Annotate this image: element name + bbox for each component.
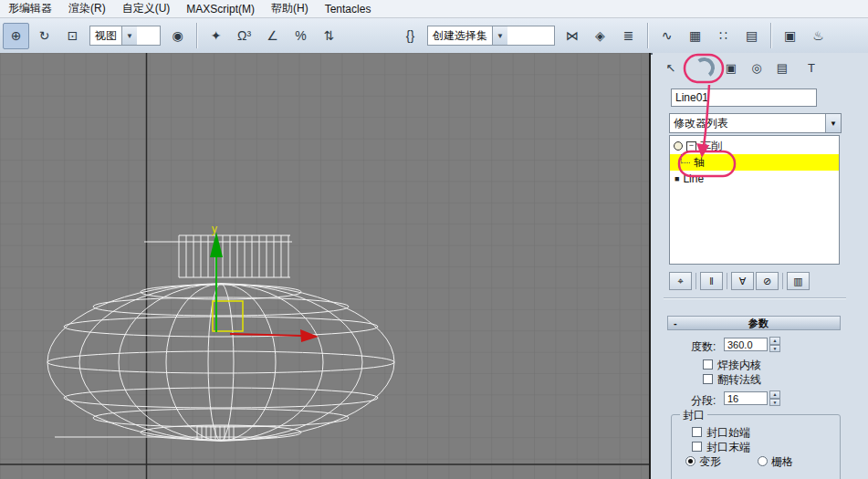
tab-hierarchy[interactable]: ▣ — [718, 56, 744, 79]
menu-bar: 形编辑器 渲染(R) 自定义(U) MAXScript(M) 帮助(H) Ten… — [0, 0, 868, 18]
coordinate-system-value: 视图 — [90, 26, 121, 45]
segments-label: 分段: — [691, 393, 716, 409]
max-window: 形编辑器 渲染(R) 自定义(U) MAXScript(M) 帮助(H) Ten… — [0, 0, 868, 479]
grid-radio[interactable] — [758, 456, 768, 466]
cap-end-label: 封口末端 — [706, 440, 750, 455]
percent-snap-button[interactable]: % — [288, 23, 314, 49]
remove-modifier-button[interactable]: ⊘ — [756, 272, 779, 290]
chevron-down-icon[interactable]: ▼ — [492, 26, 507, 45]
cap-end-checkbox[interactable] — [692, 442, 702, 452]
menu-graph-editors[interactable]: 形编辑器 — [0, 0, 60, 18]
menu-help[interactable]: 帮助(H) — [263, 0, 317, 18]
cap-group-label: 封口 — [680, 408, 707, 423]
flip-normals-checkbox[interactable] — [703, 374, 713, 384]
command-panel: ↖ ▣ ◎ ▤ T Line01 修改器列表 ▼ − 车削 — [651, 53, 868, 479]
spinner-up-icon[interactable]: ▲ — [769, 337, 780, 345]
cap-start-checkbox[interactable] — [692, 427, 702, 437]
rendered-frame-window-button[interactable]: ▣ — [777, 23, 803, 49]
spinner-down-icon[interactable]: ▼ — [769, 399, 780, 407]
modifier-list-dropdown[interactable]: 修改器列表 ▼ — [669, 113, 842, 133]
spinner-up-icon[interactable]: ▲ — [769, 390, 780, 399]
named-selection-sets-combo[interactable]: 创建选择集 ▼ — [427, 26, 555, 46]
viewport-grid — [0, 53, 649, 479]
morph-radio[interactable] — [685, 456, 695, 466]
weld-core-checkbox[interactable] — [703, 359, 713, 370]
panel-divider — [664, 297, 846, 299]
stack-toolbar: ⌖ ‖ ∀ ⊘ ▥ — [669, 272, 840, 290]
object-color-swatch[interactable] — [651, 53, 653, 55]
configure-modifier-sets-button[interactable]: ▥ — [787, 272, 810, 290]
modifier-stack[interactable]: − 车削 轴 ■ Line — [669, 135, 840, 265]
viewport[interactable]: y — [0, 53, 651, 479]
menu-maxscript[interactable]: MAXScript(M) — [178, 1, 263, 17]
tab-create[interactable]: ↖ — [658, 56, 684, 79]
base-object-icon: ■ — [675, 174, 679, 183]
morph-label: 变形 — [699, 454, 721, 470]
show-end-result-button[interactable]: ‖ — [700, 272, 723, 290]
viewport-canvas[interactable]: y — [0, 53, 649, 479]
weld-core-label: 焊接内核 — [717, 358, 761, 373]
menu-tentacles[interactable]: Tentacles — [317, 1, 380, 17]
gizmo-y-axis-label: y — [212, 223, 217, 235]
stack-label-line: Line — [683, 172, 704, 185]
stack-row-axis[interactable]: 轴 — [670, 154, 839, 171]
flip-normals-label: 翻转法线 — [717, 372, 761, 388]
main-area: y ↖ ▣ ◎ ▤ T Line01 修改器列表 ▼ — [0, 53, 868, 479]
schematic-view-button[interactable]: ▦ — [682, 23, 708, 49]
curve-editor-button[interactable]: ∿ — [654, 23, 680, 49]
move-tool-button[interactable]: ⊕ — [3, 23, 29, 49]
select-and-manipulate-button[interactable]: ✦ — [203, 23, 229, 49]
material-editor-button[interactable]: ∷ — [710, 23, 737, 49]
bulb-icon[interactable] — [674, 141, 683, 151]
toolbar-separator — [647, 23, 648, 48]
spinner-down-icon[interactable]: ▼ — [769, 345, 780, 353]
render-production-button[interactable]: ♨ — [805, 23, 831, 49]
edit-named-selection-sets-button[interactable]: {} — [397, 23, 424, 49]
spinner-snap-button[interactable]: ⇅ — [316, 23, 342, 49]
degrees-spinner[interactable]: ▲ ▼ — [769, 337, 780, 352]
use-pivot-center-button[interactable]: ◉ — [164, 23, 191, 49]
stack-toolbar-separator — [727, 273, 727, 289]
modify-tab-icon — [692, 56, 716, 79]
degrees-label: 度数: — [691, 339, 716, 355]
rollout-title: 参数 — [677, 317, 840, 330]
cap-start-label: 封口始端 — [706, 425, 750, 441]
segments-field[interactable]: 16 — [724, 391, 768, 405]
expand-icon[interactable]: − — [686, 141, 696, 151]
align-button[interactable]: ◈ — [587, 23, 613, 49]
modifier-list-label: 修改器列表 — [670, 114, 825, 132]
object-name-field[interactable]: Line01 — [671, 89, 817, 107]
tree-connector — [681, 154, 690, 163]
parameters-rollout-header[interactable]: - 参数 — [667, 316, 841, 330]
tab-modify[interactable] — [691, 56, 716, 79]
main-toolbar: ⊕ ↻ ⊡ 视图 ▼ ◉ ✦ Ω³ ∠ % ⇅ {} 创建选择集 ▼ ⋈ ◈ ≣… — [0, 18, 868, 54]
tab-display[interactable]: ▤ — [769, 56, 795, 79]
menu-rendering[interactable]: 渲染(R) — [60, 0, 114, 18]
stack-row-line[interactable]: ■ Line — [670, 171, 839, 187]
render-setup-button[interactable]: ▤ — [738, 23, 765, 49]
stack-toolbar-separator — [782, 273, 783, 289]
pin-stack-button[interactable]: ⌖ — [669, 272, 692, 290]
layer-manager-button[interactable]: ≣ — [615, 23, 642, 49]
menu-customize[interactable]: 自定义(U) — [114, 0, 179, 18]
angle-snap-button[interactable]: ∠ — [259, 23, 286, 49]
make-unique-button[interactable]: ∀ — [731, 272, 754, 290]
chevron-down-icon[interactable]: ▼ — [825, 114, 841, 132]
toolbar-separator — [770, 23, 771, 48]
named-selection-sets-value: 创建选择集 — [428, 26, 492, 45]
tab-utilities[interactable]: T — [799, 56, 824, 79]
rotate-tool-button[interactable]: ↻ — [31, 23, 58, 49]
grid-label: 栅格 — [771, 454, 793, 470]
stack-label-lathe: 车削 — [700, 139, 722, 154]
reference-coordinate-system-dropdown[interactable]: 视图 ▼ — [89, 26, 161, 46]
degrees-field[interactable]: 360.0 — [724, 338, 768, 351]
tab-motion[interactable]: ◎ — [744, 56, 769, 79]
stack-row-lathe[interactable]: − 车削 — [670, 138, 839, 154]
stack-toolbar-separator — [695, 273, 696, 289]
mirror-button[interactable]: ⋈ — [559, 23, 585, 49]
chevron-down-icon[interactable]: ▼ — [121, 26, 137, 45]
segments-spinner[interactable]: ▲ ▼ — [769, 390, 780, 406]
scale-tool-button[interactable]: ⊡ — [59, 23, 86, 49]
stack-label-axis: 轴 — [694, 155, 705, 171]
snap-toggle-button[interactable]: Ω³ — [231, 23, 257, 49]
